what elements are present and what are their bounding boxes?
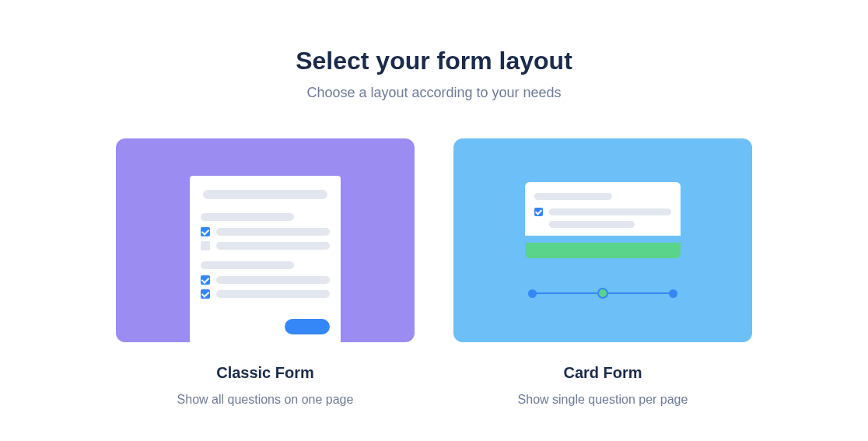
mock-action-bar (525, 243, 681, 258)
option-classic-form[interactable]: Classic Form Show all questions on one p… (116, 138, 415, 407)
page-title: Select your form layout (296, 47, 572, 75)
mock-text-line (216, 228, 330, 236)
card-form-preview (453, 138, 752, 342)
checkbox-checked-icon (201, 275, 210, 285)
checkbox-checked-icon (534, 208, 543, 216)
mock-question-1 (201, 213, 330, 250)
progress-step-active-icon (597, 288, 608, 299)
mock-submit-button (285, 319, 330, 334)
classic-page-mock (190, 176, 341, 342)
option-card-description: Show single question per page (518, 393, 688, 407)
card-question-mock (525, 182, 681, 236)
mock-text-line (216, 290, 330, 298)
progress-step-icon (528, 289, 537, 298)
mock-title-bar (203, 190, 327, 199)
checkbox-checked-icon (201, 289, 210, 299)
layout-selector: Select your form layout Choose a layout … (0, 0, 868, 407)
mock-text-line (549, 208, 671, 215)
mock-text-line (216, 276, 330, 284)
mock-text-line (216, 242, 330, 250)
page-subtitle: Choose a layout according to your needs (306, 85, 561, 101)
mock-label (201, 261, 294, 269)
option-card-title: Card Form (563, 364, 642, 382)
progress-step-icon (669, 289, 677, 298)
checkbox-unchecked-icon (201, 241, 210, 250)
mock-label (201, 213, 294, 221)
classic-form-preview (116, 138, 415, 342)
mock-text-line (549, 221, 635, 228)
progress-indicator (528, 288, 677, 299)
option-classic-title: Classic Form (216, 364, 314, 382)
option-card-form[interactable]: Card Form Show single question per page (453, 138, 752, 407)
checkbox-checked-icon (201, 227, 210, 236)
mock-question-2 (201, 261, 330, 299)
options-row: Classic Form Show all questions on one p… (116, 138, 752, 407)
mock-label (534, 193, 612, 200)
option-classic-description: Show all questions on one page (177, 393, 354, 407)
